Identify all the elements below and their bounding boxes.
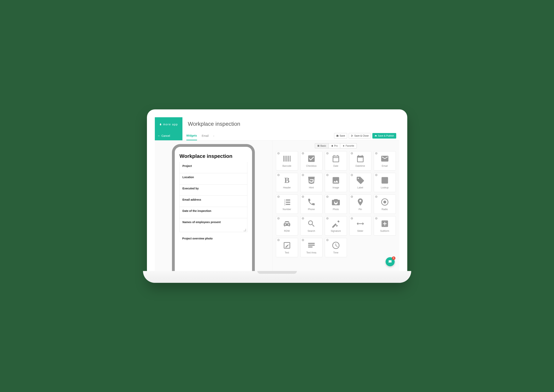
info-icon[interactable]: i <box>277 239 280 241</box>
widget-email[interactable]: iEmail <box>374 151 396 170</box>
laptop-notch <box>257 271 297 274</box>
page-title: Workplace inspection <box>182 117 399 132</box>
cancel-button[interactable]: ← Cancel <box>155 132 182 140</box>
widget-datetime[interactable]: iDatetime <box>349 151 371 170</box>
widget-label: Slider <box>357 230 363 232</box>
info-icon[interactable]: i <box>375 196 377 198</box>
info-icon[interactable]: i <box>277 196 280 198</box>
info-icon[interactable]: i <box>326 217 329 220</box>
form-preview-column: Workplace inspection Project Location Ex… <box>155 140 272 271</box>
widget-label: Radio <box>382 208 388 211</box>
widget-label: Subform <box>380 230 389 232</box>
text-area-icon <box>307 241 316 250</box>
widget-checkbox[interactable]: iCheckbox <box>300 151 322 170</box>
widget-label: Header <box>283 186 291 189</box>
widget-time[interactable]: iTime <box>325 238 347 257</box>
widget-phone[interactable]: iPhone <box>300 195 322 214</box>
info-icon[interactable]: i <box>351 196 353 198</box>
widget-label: Label <box>357 186 363 189</box>
brand-logo[interactable]: more app <box>155 117 182 132</box>
widget-slider[interactable]: iSlider <box>349 216 371 236</box>
photo-icon <box>332 198 340 206</box>
filter-basic[interactable]: Basic <box>315 143 329 148</box>
star-icon: ★ <box>343 144 345 147</box>
filter-favorite[interactable]: ★ Favorite <box>340 143 357 148</box>
info-icon[interactable]: i <box>375 152 377 154</box>
widget-text-area[interactable]: iText Area <box>300 238 322 257</box>
widget-panel: Basic Pro ★ Favorite iBarcodeiCheckboxiD… <box>272 140 399 271</box>
widget-text[interactable]: iText <box>276 238 298 257</box>
widget-barcode[interactable]: iBarcode <box>276 151 298 170</box>
info-icon[interactable]: i <box>277 174 280 176</box>
label-icon <box>356 176 365 185</box>
widget-date[interactable]: iDate <box>325 151 347 170</box>
number-icon: 123 <box>283 198 291 206</box>
field-photo[interactable]: Project overview photo <box>179 232 247 245</box>
widget-label[interactable]: iLabel <box>349 173 371 192</box>
pin-icon <box>356 198 365 206</box>
widget-label: Photo <box>333 208 339 211</box>
save-label: Save <box>340 134 345 137</box>
field-date[interactable]: Date of the inspection <box>179 207 247 218</box>
app-screen: more app Workplace inspection ← Cancel W… <box>155 117 399 271</box>
action-buttons: Save Save & Close Save & Publish <box>334 133 399 139</box>
save-publish-button[interactable]: Save & Publish <box>372 133 396 139</box>
info-icon[interactable]: i <box>302 196 304 198</box>
save-close-button[interactable]: Save & Close <box>349 133 371 139</box>
info-icon[interactable]: i <box>277 152 280 154</box>
info-icon[interactable]: i <box>351 152 353 154</box>
info-icon[interactable]: i <box>326 196 329 198</box>
device-preview: Workplace inspection Project Location Ex… <box>172 144 255 271</box>
main-content: Workplace inspection Project Location Ex… <box>155 140 399 271</box>
save-button[interactable]: Save <box>334 133 347 139</box>
widget-image[interactable]: iImage <box>325 173 347 192</box>
chat-icon <box>388 259 392 264</box>
widget-html[interactable]: iHtml <box>300 173 322 192</box>
widget-label: Barcode <box>282 165 291 167</box>
widget-header[interactable]: iBHeader <box>276 173 298 192</box>
search-icon <box>307 219 316 228</box>
info-icon[interactable]: i <box>326 152 329 154</box>
widget-radio[interactable]: iRadio <box>374 195 396 214</box>
brand-text: more app <box>163 123 178 126</box>
info-icon[interactable]: i <box>302 152 304 154</box>
info-icon[interactable]: i <box>375 217 377 220</box>
widget-label: Phone <box>308 208 315 211</box>
filter-pro[interactable]: Pro <box>329 143 341 148</box>
widget-photo[interactable]: iPhoto <box>325 195 347 214</box>
widget-pin[interactable]: iPin <box>349 195 371 214</box>
widget-search[interactable]: iSearch <box>300 216 322 236</box>
info-icon[interactable]: i <box>302 217 304 220</box>
field-email[interactable]: Email address <box>179 196 247 207</box>
info-icon[interactable]: i <box>351 217 353 220</box>
info-icon[interactable]: i <box>351 174 353 176</box>
info-icon[interactable]: i <box>302 174 304 176</box>
widget-number[interactable]: i123Number <box>276 195 298 214</box>
info-icon[interactable]: i <box>375 174 377 176</box>
chat-button[interactable]: 3 <box>386 257 395 266</box>
save-publish-label: Save & Publish <box>378 134 394 137</box>
field-employees[interactable]: Names of employees present <box>179 218 247 232</box>
datetime-icon <box>356 154 365 163</box>
widget-label: Date <box>333 165 338 167</box>
filter-pro-label: Pro <box>334 144 338 147</box>
tab-email[interactable]: Email <box>202 132 209 140</box>
svg-text:3: 3 <box>284 203 285 206</box>
phone-icon <box>307 198 316 206</box>
field-location[interactable]: Location <box>179 173 247 184</box>
info-icon[interactable]: i <box>302 239 304 241</box>
info-icon[interactable]: i <box>277 217 280 220</box>
toolbar-row: ← Cancel Widgets Email › Save Save & Clo… <box>155 132 399 140</box>
widget-label: Html <box>309 186 314 189</box>
widget-rdw[interactable]: iRDW <box>276 216 298 236</box>
widget-lookup[interactable]: iLookup <box>374 173 396 192</box>
field-project[interactable]: Project <box>179 162 247 173</box>
info-icon[interactable]: i <box>326 174 329 176</box>
text-icon <box>283 241 291 250</box>
widget-subform[interactable]: iSubform <box>374 216 396 236</box>
field-executed-by[interactable]: Executed by <box>179 184 247 196</box>
widget-signature[interactable]: iSignature <box>325 216 347 236</box>
tab-widgets[interactable]: Widgets <box>186 132 197 140</box>
tab-next-icon[interactable]: › <box>213 132 214 140</box>
info-icon[interactable]: i <box>326 239 329 241</box>
